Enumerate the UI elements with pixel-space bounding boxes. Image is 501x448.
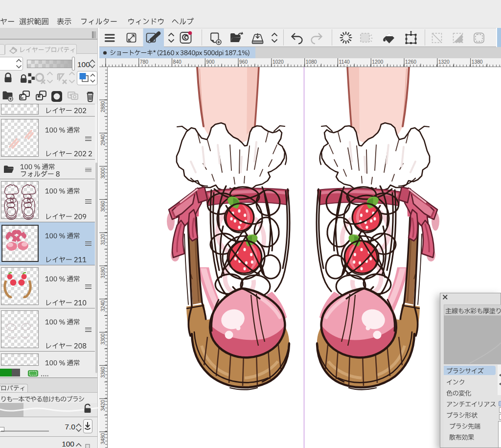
- svg-text:1080: 1080: [306, 59, 317, 65]
- svg-text:3000: 3000: [100, 167, 106, 179]
- svg-text:3120: 3120: [100, 234, 106, 245]
- svg-text:960: 960: [239, 59, 248, 65]
- svg-text:3240: 3240: [100, 300, 106, 311]
- svg-text:1200: 1200: [372, 59, 383, 65]
- svg-text:1020: 1020: [273, 59, 284, 65]
- svg-text:1140: 1140: [339, 59, 350, 65]
- svg-text:3180: 3180: [100, 267, 106, 278]
- svg-text:1320: 1320: [438, 59, 450, 65]
- svg-text:100: 100: [62, 440, 74, 448]
- svg-text:3420: 3420: [100, 400, 106, 411]
- svg-text:3300: 3300: [100, 333, 106, 345]
- svg-text:3480: 3480: [100, 433, 106, 444]
- svg-text:100: 100: [77, 60, 90, 69]
- svg-text:780: 780: [140, 59, 148, 65]
- svg-text:1380: 1380: [472, 59, 483, 65]
- svg-text:840: 840: [173, 59, 182, 65]
- svg-text:3060: 3060: [100, 201, 106, 212]
- svg-text:2940: 2940: [100, 134, 106, 145]
- svg-text:3360: 3360: [100, 367, 106, 378]
- svg-text:1260: 1260: [405, 59, 416, 65]
- svg-text:2880: 2880: [100, 101, 106, 112]
- svg-text:7.0: 7.0: [65, 423, 75, 431]
- svg-text:900: 900: [206, 59, 214, 65]
